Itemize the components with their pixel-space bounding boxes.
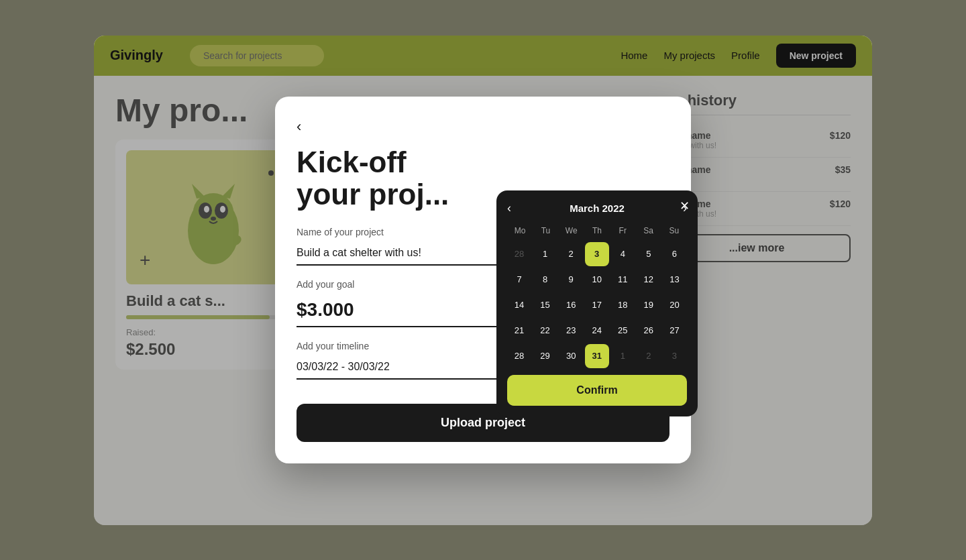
calendar-day[interactable]: 16 [559,293,583,317]
calendar-day[interactable]: 9 [559,268,583,292]
calendar-day[interactable]: 24 [585,319,609,343]
calendar-close-button[interactable]: ✕ [680,199,690,213]
calendar-prev-button[interactable]: ‹ [507,201,511,215]
calendar-day[interactable]: 1 [533,242,557,266]
calendar-day[interactable]: 2 [637,344,661,368]
calendar-month: March 2022 [570,203,625,214]
modal-overlay: ‹ Kick-offyour proj... Name of your proj… [94,36,872,525]
calendar-day[interactable]: 28 [507,242,531,266]
calendar-day[interactable]: 20 [662,293,686,317]
calendar-day[interactable]: 3 [585,242,609,266]
day-name-mo: Mo [507,223,533,238]
calendar-day[interactable]: 4 [610,242,635,266]
calendar-day[interactable]: 19 [637,293,661,317]
calendar-day[interactable]: 31 [585,344,609,368]
calendar-day[interactable]: 8 [533,268,557,292]
calendar-day[interactable]: 1 [610,344,635,368]
day-name-we: We [559,223,584,238]
calendar-day[interactable]: 21 [507,319,531,343]
calendar-day[interactable]: 2 [559,242,583,266]
day-name-fr: Fr [610,223,635,238]
calendar-header: ‹ March 2022 › [507,201,687,215]
day-name-tu: Tu [533,223,558,238]
day-name-su: Su [661,223,687,238]
calendar-day-names: Mo Tu We Th Fr Sa Su [507,223,687,238]
calendar-day[interactable]: 28 [507,344,531,368]
modal-dialog: ‹ Kick-offyour proj... Name of your proj… [275,97,691,464]
calendar-day[interactable]: 30 [559,344,583,368]
day-name-sa: Sa [635,223,661,238]
calendar-day[interactable]: 5 [637,242,661,266]
calendar-day[interactable]: 25 [610,319,635,343]
calendar-day[interactable]: 18 [610,293,635,317]
calendar-grid: 2812345678910111213141516171819202122232… [507,242,687,368]
calendar-day[interactable]: 23 [559,319,583,343]
calendar-day[interactable]: 11 [610,268,635,292]
confirm-button[interactable]: Confirm [507,375,687,406]
calendar-day[interactable]: 22 [533,319,557,343]
calendar-day[interactable]: 7 [507,268,531,292]
calendar-day[interactable]: 12 [637,268,661,292]
calendar-day[interactable]: 15 [533,293,557,317]
back-button[interactable]: ‹ [297,118,301,135]
calendar-day[interactable]: 29 [533,344,557,368]
calendar-day[interactable]: 10 [585,268,609,292]
calendar-popup: ✕ ‹ March 2022 › Mo Tu We Th Fr Sa Su [496,190,698,416]
calendar-day[interactable]: 26 [637,319,661,343]
calendar-day[interactable]: 6 [662,242,686,266]
day-name-th: Th [584,223,610,238]
calendar-day[interactable]: 17 [585,293,609,317]
calendar-day[interactable]: 13 [662,268,686,292]
calendar-day[interactable]: 3 [662,344,686,368]
calendar-day[interactable]: 27 [662,319,686,343]
calendar-day[interactable]: 14 [507,293,531,317]
